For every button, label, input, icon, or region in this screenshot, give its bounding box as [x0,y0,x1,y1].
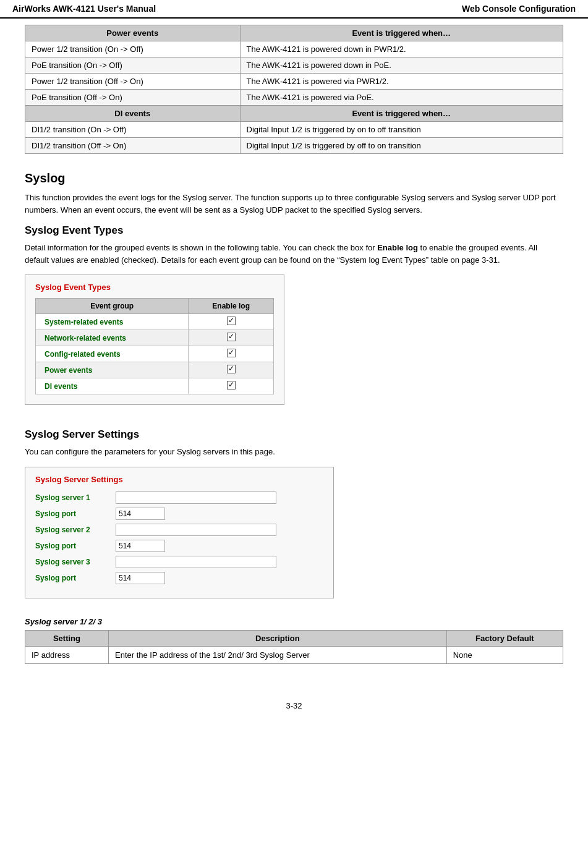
server-port-label: Syslog port [35,509,116,518]
checkbox-checked[interactable] [227,317,236,325]
col2-header: Event is triggered when… [240,25,563,41]
factory-default-col-header: Factory Default [446,630,563,646]
checkbox-checked[interactable] [227,365,236,373]
server-text-input[interactable] [116,556,276,568]
checkbox-checked[interactable] [227,349,236,357]
factory-default-cell: None [446,646,563,663]
table-row: The AWK-4121 is powered via PoE. [240,90,563,106]
table-section-header-col2: Event is triggered when… [240,106,563,122]
table-section-header-col1: DI events [25,106,241,122]
table-row: The AWK-4121 is powered down in PoE. [240,57,563,74]
header-left: AirWorks AWK-4121 User's Manual [12,4,156,14]
enable-log-cell[interactable] [189,378,274,394]
server-port-input[interactable] [116,540,165,552]
settings-table-title: Syslog server 1/ 2/ 3 [25,617,563,626]
list-item: Power events [36,362,274,378]
description-cell: Enter the IP address of the 1st/ 2nd/ 3r… [108,646,446,663]
syslog-event-types-inner-table: Event group Enable log System-related ev… [35,298,274,394]
server-port-input[interactable] [116,508,165,520]
checkbox-checked[interactable] [227,333,236,341]
server-form-label: Syslog server 2 [35,525,116,534]
setting-cell: IP address [25,646,109,663]
list-item: System-related events [36,314,274,330]
table-row: Power 1/2 transition (Off -> On) [25,74,241,90]
server-form-row: Syslog server 3 [35,556,323,568]
syslog-event-types-block-title: Syslog Event Types [35,283,274,292]
table-row: The AWK-4121 is powered down in PWR1/2. [240,41,563,57]
power-di-events-table: Power events Event is triggered when… Po… [25,25,563,154]
header-right: Web Console Configuration [462,4,576,14]
settings-table: Setting Description Factory Default IP a… [25,630,563,664]
enable-log-cell[interactable] [189,314,274,330]
table-row: PoE transition (Off -> On) [25,90,241,106]
server-form-row: Syslog port [35,572,323,584]
syslog-server-settings-block: Syslog Server Settings Syslog server 1 S… [25,467,334,598]
list-item: Network-related events [36,330,274,346]
event-group-col-header: Event group [36,299,189,314]
col1-header: Power events [25,25,241,41]
server-form-row: Syslog server 1 [35,491,323,504]
syslog-server-settings-block-title: Syslog Server Settings [35,475,323,484]
table-row: DI1/2 transition (Off -> On) [25,138,241,154]
syslog-event-types-block: Syslog Event Types Event group Enable lo… [25,274,284,405]
server-port-label: Syslog port [35,574,116,582]
table-row: DI1/2 transition (On -> Off) [25,122,241,138]
main-content: Power events Event is triggered when… Po… [0,25,588,689]
table-row: IP address Enter the IP address of the 1… [25,646,563,663]
description-col-header: Description [108,630,446,646]
list-item: Config-related events [36,346,274,362]
table-row: The AWK-4121 is powered via PWR1/2. [240,74,563,90]
server-form-label: Syslog server 1 [35,493,116,502]
enable-log-cell[interactable] [189,362,274,378]
event-group-label: System-related events [36,314,189,330]
enable-log-cell[interactable] [189,346,274,362]
server-form-row: Syslog server 2 [35,524,323,536]
syslog-event-types-para: Detail information for the grouped event… [25,242,563,266]
server-form-label: Syslog server 3 [35,558,116,566]
syslog-server-settings-title: Syslog Server Settings [25,428,563,441]
setting-col-header: Setting [25,630,109,646]
server-port-input[interactable] [116,572,165,584]
table-row: Digital Input 1/2 is triggered by on to … [240,122,563,138]
page-header: AirWorks AWK-4121 User's Manual Web Cons… [0,0,588,19]
syslog-server-settings-para: You can configure the parameters for you… [25,446,563,458]
enable-log-cell[interactable] [189,330,274,346]
checkbox-checked[interactable] [227,381,236,389]
syslog-para: This function provides the event logs fo… [25,192,563,216]
syslog-event-types-title: Syslog Event Types [25,224,563,237]
table-row: Power 1/2 transition (On -> Off) [25,41,241,57]
event-group-label: DI events [36,378,189,394]
server-text-input[interactable] [116,524,276,536]
list-item: DI events [36,378,274,394]
table-row: PoE transition (On -> Off) [25,57,241,74]
para-bold: Enable log [377,243,418,252]
table-row: Digital Input 1/2 is triggered by off to… [240,138,563,154]
server-form-row: Syslog port [35,540,323,552]
page-number: 3-32 [286,701,302,710]
server-form-row: Syslog port [35,508,323,520]
server-port-label: Syslog port [35,542,116,550]
event-group-label: Network-related events [36,330,189,346]
page-footer: 3-32 [0,701,588,717]
event-group-label: Power events [36,362,189,378]
enable-log-col-header: Enable log [189,299,274,314]
server-text-input[interactable] [116,491,276,504]
event-group-label: Config-related events [36,346,189,362]
para-text1: Detail information for the grouped event… [25,243,377,252]
syslog-title: Syslog [25,171,563,185]
